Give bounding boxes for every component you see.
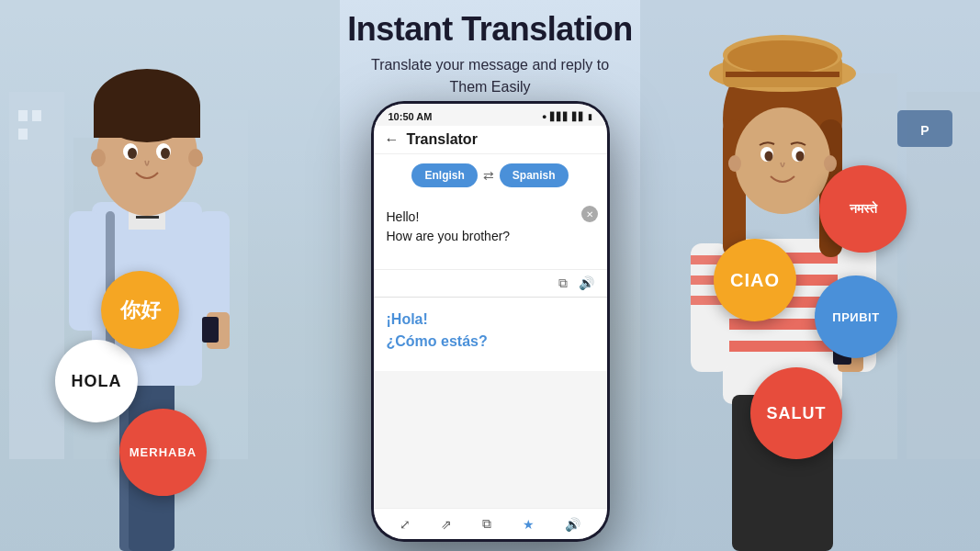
svg-rect-11 (69, 211, 101, 331)
swap-languages-button[interactable]: ⇄ (483, 168, 494, 183)
page-title: Instant Translation (261, 9, 720, 49)
expand-button[interactable]: ⤢ (400, 517, 411, 532)
translated-text: ¡Hola! ¿Cómo estás? (387, 309, 594, 353)
audio-button[interactable]: 🔊 (565, 517, 580, 532)
source-text: Hello! How are you brother? (387, 208, 594, 246)
bubble-salut: SALUT (750, 367, 842, 459)
favorite-button[interactable]: ★ (523, 517, 535, 532)
back-button[interactable]: ← (385, 131, 400, 148)
target-language-button[interactable]: Spanish (500, 163, 569, 187)
phone-mockup: 10:50 AM ● ▋▋▋ ▋▋ ▮ ← Translator Enlgish… (371, 101, 610, 542)
copy-button[interactable]: ⧉ (482, 516, 491, 532)
bubble-namaste: नमस्ते (819, 165, 907, 253)
status-icons: ● ▋▋▋ ▋▋ ▮ (542, 112, 591, 121)
app-title: Translator (407, 131, 478, 148)
bubble-merhaba: MERHABA (119, 409, 207, 496)
svg-point-22 (91, 149, 106, 167)
clear-button[interactable]: ✕ (581, 206, 598, 222)
share-button[interactable]: ⇗ (441, 517, 452, 532)
bubble-privit: Привіт (815, 276, 897, 358)
svg-rect-51 (726, 72, 839, 77)
svg-point-56 (796, 152, 805, 162)
svg-rect-1 (9, 92, 64, 459)
source-action-bar: ⧉ 🔊 (374, 270, 607, 297)
svg-point-23 (188, 149, 203, 167)
phone-screen: 10:50 AM ● ▋▋▋ ▋▋ ▮ ← Translator Enlgish… (374, 104, 607, 539)
svg-rect-5 (32, 110, 41, 121)
status-time: 10:50 AM (389, 111, 433, 122)
page-subtitle: Translate your message and reply to Them… (261, 54, 720, 98)
bubble-hola: HOLA (55, 340, 138, 422)
copy-icon[interactable]: ⧉ (558, 276, 568, 291)
svg-rect-24 (136, 216, 159, 219)
svg-point-52 (735, 107, 830, 214)
svg-point-21 (161, 148, 170, 159)
svg-point-20 (128, 148, 137, 159)
battery-icon: ▮ (588, 112, 592, 121)
signal-icon: ▋▋▋ (550, 112, 569, 121)
status-bar: 10:50 AM ● ▋▋▋ ▋▋ ▮ (374, 104, 607, 126)
wifi-icon: ▋▋ (572, 112, 585, 121)
page-header: Instant Translation Translate your messa… (261, 9, 720, 98)
bubble-ciao: CIAO (714, 239, 796, 321)
bottom-toolbar: ⤢ ⇗ ⧉ ★ 🔊 (374, 508, 607, 539)
speaker-icon[interactable]: 🔊 (579, 276, 594, 291)
app-header: ← Translator (374, 126, 607, 154)
language-selector: Enlgish ⇄ Spanish (374, 154, 607, 197)
svg-rect-17 (94, 106, 200, 138)
svg-point-57 (728, 155, 741, 172)
svg-point-55 (765, 152, 773, 162)
svg-rect-4 (18, 110, 28, 121)
svg-rect-14 (202, 317, 219, 343)
svg-rect-6 (18, 129, 28, 140)
svg-point-58 (824, 155, 837, 172)
source-language-button[interactable]: Enlgish (411, 163, 477, 187)
bubble-nihao: 你好 (101, 271, 179, 349)
svg-text:P: P (920, 123, 929, 138)
svg-point-50 (727, 40, 838, 73)
translation-result-area: ¡Hola! ¿Cómo estás? (374, 298, 607, 371)
source-text-area[interactable]: Hello! How are you brother? ✕ (374, 197, 607, 270)
camera-icon: ● (542, 112, 546, 121)
